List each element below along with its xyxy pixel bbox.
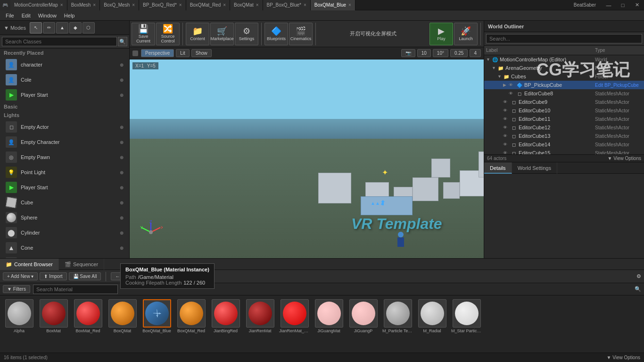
add-class-button[interactable]: ⊕ bbox=[118, 138, 125, 146]
tree-item[interactable]: 👁 ◻ EditorCube12 StaticMeshActor bbox=[484, 123, 644, 132]
tab-bp-boxq-blue[interactable]: BP_BoxQ_Blue* × bbox=[263, 0, 311, 10]
visibility-icon[interactable]: 👁 bbox=[503, 142, 510, 147]
category-recently-placed[interactable]: Recently Placed bbox=[0, 49, 129, 57]
source-control-button[interactable]: 🔀 Source Control bbox=[156, 23, 180, 45]
asset-item[interactable]: Alpha bbox=[4, 299, 34, 349]
play-button[interactable]: ▶ Play bbox=[429, 23, 453, 45]
tree-item[interactable]: 👁 ◻ EditorCube11 StaticMeshActor bbox=[484, 115, 644, 123]
add-class-button[interactable]: ⊕ bbox=[118, 214, 125, 221]
tree-item[interactable]: 👁 ◻ EditorCube9 StaticMeshActor bbox=[484, 98, 644, 106]
add-class-button[interactable]: ⊕ bbox=[118, 184, 125, 191]
add-class-button[interactable]: ⊕ bbox=[118, 153, 125, 161]
tab-world-settings[interactable]: World Settings bbox=[512, 162, 557, 174]
outliner-search-input[interactable] bbox=[486, 34, 642, 43]
add-class-button[interactable]: ⊕ bbox=[118, 123, 125, 131]
category-basic[interactable]: Basic bbox=[0, 102, 129, 111]
add-class-button[interactable]: ⊕ bbox=[118, 61, 125, 68]
view-options-button[interactable]: ▼ View Options bbox=[608, 156, 641, 161]
scale-size[interactable]: 0.25 bbox=[450, 49, 468, 57]
visibility-icon[interactable]: 👁 bbox=[509, 91, 515, 96]
tab-boxqmesh[interactable]: BoxQ_Mesh × bbox=[100, 0, 139, 10]
add-new-button[interactable]: + Add New ▾ bbox=[3, 272, 38, 280]
asset-item[interactable]: JianRenMat bbox=[245, 299, 275, 349]
show-button[interactable]: Show bbox=[191, 49, 212, 57]
tree-item[interactable]: 👁 ◻ EditorCube14 StaticMeshActor bbox=[484, 140, 644, 149]
add-class-button[interactable]: ⊕ bbox=[118, 199, 125, 206]
list-item[interactable]: Sphere ⊕ bbox=[0, 210, 129, 225]
add-class-button[interactable]: ⊕ bbox=[118, 244, 125, 252]
mode-paint[interactable]: ✏ bbox=[43, 22, 55, 34]
browser-settings[interactable]: ⚙ bbox=[636, 273, 641, 279]
asset-item[interactable]: BoxMat bbox=[38, 299, 69, 349]
asset-item[interactable]: JiGuangP bbox=[348, 299, 379, 349]
add-class-button[interactable]: ⊕ bbox=[118, 168, 125, 176]
list-item[interactable]: 👤 Cole ⊕ bbox=[0, 72, 129, 87]
list-item[interactable]: ⬤ Cylinder ⊕ bbox=[0, 225, 129, 240]
add-class-button[interactable]: ⊕ bbox=[118, 76, 125, 84]
tab-motioncmap[interactable]: MotionControllerMap × bbox=[10, 0, 67, 10]
search-classes-input[interactable] bbox=[2, 37, 117, 46]
blueprints-button[interactable]: 🔷 Blueprints bbox=[264, 23, 288, 45]
lit-button[interactable]: Lit bbox=[176, 49, 190, 57]
list-item[interactable]: ▶ Player Start ⊕ bbox=[0, 180, 129, 195]
expand-icon[interactable]: ▶ bbox=[503, 83, 509, 87]
list-item[interactable]: ▲ Cone ⊕ bbox=[0, 240, 129, 255]
list-item[interactable]: Cube ⊕ bbox=[0, 195, 129, 210]
expand-icon[interactable]: ▼ bbox=[486, 57, 492, 62]
tab-boxmesh[interactable]: BoxMesh × bbox=[67, 0, 100, 10]
category-lights[interactable]: Lights bbox=[0, 111, 129, 119]
tab-content-browser[interactable]: 📁 Content Browser bbox=[0, 259, 59, 270]
tree-item[interactable]: 👁 ◻ EditorCube10 StaticMeshActor bbox=[484, 106, 644, 115]
search-material-input[interactable] bbox=[33, 285, 118, 294]
launch-button[interactable]: 🚀 Launch bbox=[454, 23, 478, 45]
asset-item[interactable]: M_Star Particles bbox=[451, 299, 482, 349]
visibility-icon[interactable]: 👁 bbox=[503, 125, 510, 130]
snap-button[interactable]: 📷 bbox=[401, 49, 415, 57]
grid-size[interactable]: 10 bbox=[417, 49, 431, 57]
tree-item[interactable]: 👁 ◻ EditorCube8 StaticMeshActor bbox=[484, 89, 644, 98]
add-class-button[interactable]: ⊕ bbox=[118, 91, 125, 99]
tab-bp-boxq-red[interactable]: BP_BoxQ_Red* × bbox=[139, 0, 186, 10]
maximize-button[interactable]: □ bbox=[616, 0, 630, 10]
mode-foliage[interactable]: ◆ bbox=[69, 22, 82, 34]
asset-item[interactable]: BoxQMat bbox=[107, 299, 138, 349]
tab-boxqmat-red[interactable]: BoxQMat_Red × bbox=[186, 0, 230, 10]
list-item[interactable]: 👤 Empty Character ⊕ bbox=[0, 135, 129, 150]
menu-edit[interactable]: Edit bbox=[18, 10, 34, 21]
save-current-button[interactable]: 💾 Save Current bbox=[132, 23, 155, 45]
visibility-icon[interactable]: 👁 bbox=[503, 100, 510, 104]
asset-item[interactable]: JiGuangMat bbox=[314, 299, 344, 349]
minimize-button[interactable]: — bbox=[602, 0, 616, 10]
view-options-btn[interactable]: ▼ View Options bbox=[607, 355, 640, 360]
settings-button[interactable]: ⚙ Settings bbox=[235, 23, 258, 45]
cinematics-button[interactable]: 🎬 Cinematics bbox=[289, 23, 313, 45]
tab-sequencer[interactable]: 🎬 Sequencer bbox=[59, 259, 104, 270]
visibility-icon[interactable]: 👁 bbox=[503, 134, 510, 138]
viewport-toggle[interactable] bbox=[132, 51, 138, 56]
marketplace-button[interactable]: 🛒 Marketplace bbox=[210, 23, 234, 45]
visibility-icon[interactable]: 👁 bbox=[503, 108, 510, 113]
asset-item[interactable]: JianBingRed bbox=[210, 299, 241, 349]
mode-geometry[interactable]: ⬡ bbox=[83, 22, 95, 34]
visibility-icon[interactable]: 👁 bbox=[503, 151, 510, 154]
search-classes-button[interactable]: 🔍 bbox=[118, 37, 127, 46]
asset-item[interactable]: BoxMat_Red bbox=[73, 299, 103, 349]
asset-item[interactable]: M_Radial bbox=[417, 299, 447, 349]
menu-window[interactable]: Window bbox=[34, 10, 60, 21]
content-button[interactable]: 📁 Content bbox=[186, 23, 209, 45]
viewport[interactable]: ⬆ ▲▲▲ VR Template ✦ X bbox=[130, 59, 484, 258]
list-item[interactable]: ▶ Player Start ⊕ bbox=[0, 87, 129, 102]
menu-help[interactable]: Help bbox=[60, 10, 79, 21]
tree-item[interactable]: 👁 ◻ EditorCube13 StaticMeshActor bbox=[484, 132, 644, 140]
tab-details[interactable]: Details bbox=[484, 162, 512, 174]
asset-item[interactable]: M_Particle Texture bbox=[382, 299, 413, 349]
layers-btn[interactable]: 4 bbox=[470, 49, 481, 57]
menu-file[interactable]: File bbox=[2, 10, 18, 21]
tree-item-selected[interactable]: ▶ 👁 🔷 BP_PickupCube Edit BP_PickupCube bbox=[484, 81, 644, 89]
perspective-button[interactable]: Perspective bbox=[141, 49, 174, 57]
import-button[interactable]: ⬆ Import bbox=[40, 272, 66, 280]
asset-item[interactable]: BoxQMat_Red bbox=[176, 299, 206, 349]
asset-item-selected[interactable]: ⚔ BoxQMat_Blue bbox=[141, 299, 172, 349]
search-button[interactable]: 🔍 bbox=[635, 286, 641, 292]
mode-landscape[interactable]: ▲ bbox=[56, 22, 68, 34]
